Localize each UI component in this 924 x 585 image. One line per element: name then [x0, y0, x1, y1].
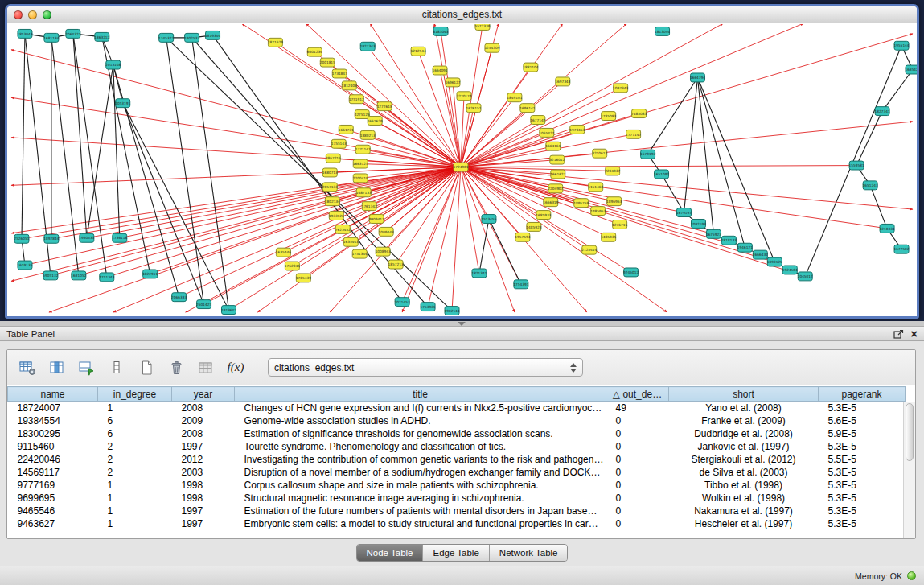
- graph-node[interactable]: 2001815: [320, 58, 335, 67]
- column-header[interactable]: name: [8, 387, 98, 402]
- graph-node[interactable]: 1485953: [590, 207, 606, 216]
- table-row[interactable]: 946362711997Embryonic stem cells: a mode…: [8, 517, 906, 530]
- float-panel-icon[interactable]: [893, 329, 904, 339]
- graph-node[interactable]: 1731847: [332, 69, 347, 78]
- graph-node[interactable]: 1880213: [360, 130, 376, 139]
- graph-hub-node[interactable]: 1724901: [453, 163, 468, 171]
- graph-node[interactable]: 1927343: [360, 42, 376, 51]
- table-row[interactable]: 1830029562008Estimation of significance …: [8, 427, 906, 440]
- graph-node[interactable]: 1687133: [356, 188, 372, 197]
- graph-node[interactable]: 1635446: [276, 248, 291, 257]
- graph-node[interactable]: 1902144: [444, 307, 459, 315]
- graph-node[interactable]: 1664161: [545, 142, 561, 150]
- table-vertical-scrollbar[interactable]: [903, 402, 915, 538]
- graph-node[interactable]: 2064321: [65, 29, 80, 38]
- column-header[interactable]: year: [172, 387, 235, 402]
- function-builder-icon[interactable]: f(x): [225, 357, 246, 378]
- graph-node[interactable]: 1485923: [526, 222, 541, 231]
- graph-node[interactable]: 1755143: [331, 139, 347, 148]
- graph-node[interactable]: 1736118: [112, 233, 127, 242]
- scrollbar-thumb[interactable]: [906, 403, 914, 461]
- graph-node[interactable]: 1679197: [676, 208, 692, 217]
- graph-node[interactable]: 1955144: [894, 41, 910, 50]
- graph-node[interactable]: 1666432: [753, 250, 768, 259]
- graph-node[interactable]: 1871629: [268, 38, 283, 47]
- graph-node[interactable]: 1813044: [655, 27, 670, 35]
- graph-node[interactable]: 1751344: [352, 249, 368, 258]
- graph-node[interactable]: 3867215: [326, 154, 341, 163]
- graph-node[interactable]: 1853043: [17, 29, 32, 38]
- graph-node[interactable]: 1973453: [569, 125, 585, 134]
- graph-node[interactable]: 1485935: [601, 233, 616, 241]
- tab-edge-table[interactable]: Edge Table: [422, 545, 488, 561]
- column-header[interactable]: △ out_de…: [606, 387, 669, 402]
- show-columns-icon[interactable]: [47, 357, 68, 378]
- graph-node[interactable]: 1881104: [523, 63, 538, 72]
- single-column-icon[interactable]: [106, 357, 127, 378]
- graph-node[interactable]: 2021453: [395, 298, 410, 307]
- graph-node[interactable]: 1892844: [43, 234, 59, 243]
- graph-node[interactable]: 1626151: [466, 104, 481, 113]
- graph-node[interactable]: 2125414: [581, 245, 597, 254]
- tab-node-table[interactable]: Node Table: [357, 545, 423, 561]
- graph-node[interactable]: 1822911: [142, 270, 158, 278]
- graph-node[interactable]: 2092193: [691, 219, 706, 228]
- graph-node[interactable]: 1663125: [353, 159, 368, 168]
- graph-node[interactable]: 2066333: [171, 293, 187, 302]
- graph-node[interactable]: 1696127: [445, 78, 460, 87]
- graph-node[interactable]: 1863212: [94, 32, 109, 41]
- graph-node[interactable]: 6601234: [307, 47, 322, 56]
- minimize-window-icon[interactable]: [28, 10, 37, 19]
- graph-node[interactable]: 5905132: [43, 271, 58, 280]
- close-panel-icon[interactable]: ×: [910, 329, 918, 339]
- graph-node[interactable]: 1857213: [388, 260, 404, 269]
- graph-node[interactable]: 1272618: [377, 102, 392, 111]
- graph-node[interactable]: 9245012: [623, 268, 639, 277]
- column-header[interactable]: pagerank: [819, 387, 906, 402]
- graph-node[interactable]: 1681052: [71, 271, 86, 280]
- graph-node[interactable]: 1946121: [737, 243, 753, 252]
- network-window-titlebar[interactable]: citations_edges.txt: [7, 6, 917, 23]
- graph-node[interactable]: 2057133: [322, 183, 338, 192]
- graph-node[interactable]: 2526051: [14, 234, 29, 243]
- table-row[interactable]: 946554611997Estimation of the future num…: [8, 505, 906, 517]
- graph-node[interactable]: 1933126: [329, 212, 344, 220]
- graph-node[interactable]: 1635421: [905, 65, 917, 74]
- table-row[interactable]: 2242004622012Investigating the contribut…: [8, 453, 906, 466]
- graph-node[interactable]: 1685933: [536, 211, 551, 220]
- graph-node[interactable]: 1680713: [322, 168, 338, 177]
- graph-node[interactable]: 1679192: [640, 150, 655, 159]
- table-mode-icon[interactable]: [17, 357, 38, 378]
- graph-node[interactable]: 1009443: [379, 227, 394, 236]
- table-row[interactable]: 977716911998Corpus callosum shape and si…: [8, 479, 906, 492]
- graph-node[interactable]: 1924504: [782, 266, 798, 274]
- graph-node[interactable]: 1664794: [690, 73, 705, 82]
- graph-node[interactable]: 1513455: [481, 215, 496, 224]
- graph-node[interactable]: 1681134: [43, 33, 59, 42]
- graph-node[interactable]: 1619135: [17, 261, 32, 270]
- graph-node[interactable]: 1065427: [539, 128, 554, 137]
- table-source-select[interactable]: citations_edges.txt: [268, 358, 583, 377]
- graph-node[interactable]: 1697343: [555, 77, 570, 86]
- graph-node[interactable]: 2045012: [798, 272, 813, 281]
- graph-node[interactable]: 1696141: [519, 104, 535, 113]
- select-rows-icon[interactable]: [76, 357, 97, 378]
- column-header[interactable]: title: [235, 387, 606, 402]
- graph-node[interactable]: 1762345: [285, 262, 300, 270]
- trash-icon[interactable]: [166, 357, 187, 378]
- graph-node[interactable]: 1559581: [849, 161, 864, 170]
- graph-node[interactable]: 1677147: [530, 116, 545, 125]
- graph-node[interactable]: 1276715: [612, 220, 627, 229]
- graph-node[interactable]: 1990533: [79, 233, 94, 242]
- column-header[interactable]: in_degree: [98, 387, 172, 402]
- column-header[interactable]: short: [669, 387, 819, 402]
- graph-node[interactable]: 1666319: [543, 198, 558, 207]
- graph-node[interactable]: 2053191: [115, 99, 130, 108]
- graph-node[interactable]: 1761342: [362, 202, 377, 211]
- graph-node[interactable]: 5572339: [474, 24, 490, 30]
- graph-node[interactable]: 1785083: [601, 112, 616, 121]
- graph-node[interactable]: 1651092: [654, 170, 669, 179]
- graph-node[interactable]: 1097343: [613, 84, 628, 93]
- graph-node[interactable]: 1677502: [894, 245, 910, 253]
- close-window-icon[interactable]: [14, 10, 23, 19]
